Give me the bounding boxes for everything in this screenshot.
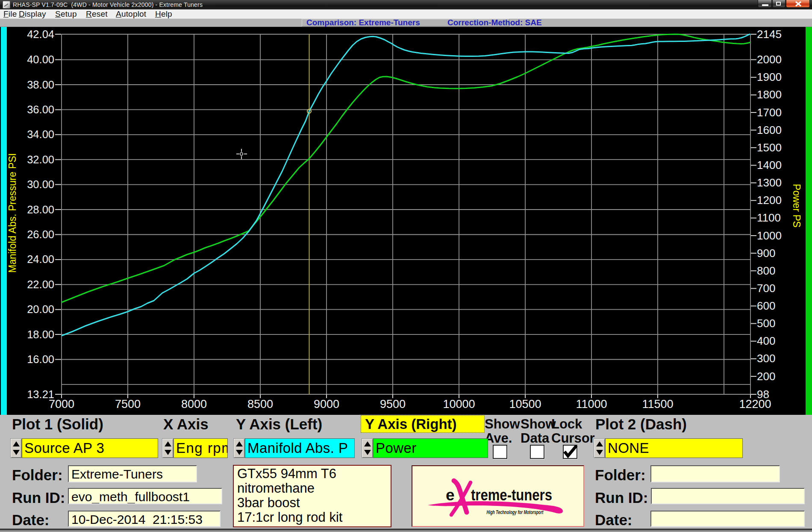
svg-text:8500: 8500 — [247, 398, 273, 411]
svg-text:500: 500 — [757, 317, 775, 330]
svg-text:8000: 8000 — [181, 398, 207, 411]
svg-text:600: 600 — [757, 299, 775, 312]
svg-text:32.00: 32.00 — [27, 154, 54, 166]
svg-text:1600: 1600 — [757, 124, 782, 136]
svg-text:34.00: 34.00 — [27, 128, 54, 140]
svg-text:1800: 1800 — [757, 88, 782, 101]
svg-text:11500: 11500 — [642, 398, 673, 411]
svg-text:7000: 7000 — [49, 398, 74, 411]
svg-text:10000: 10000 — [443, 398, 475, 411]
svg-text:2000: 2000 — [757, 53, 782, 66]
svg-text:300: 300 — [757, 352, 775, 365]
svg-text:36.00: 36.00 — [27, 103, 54, 115]
svg-text:1900: 1900 — [757, 71, 782, 83]
svg-text:1500: 1500 — [757, 141, 782, 154]
svg-text:1200: 1200 — [757, 194, 782, 207]
svg-text:38.00: 38.00 — [27, 79, 54, 91]
svg-text:treme-tuners: treme-tuners — [471, 486, 552, 504]
svg-text:700: 700 — [757, 282, 775, 295]
svg-text:9500: 9500 — [380, 398, 406, 411]
svg-text:42.04: 42.04 — [27, 28, 54, 40]
svg-text:1000: 1000 — [757, 229, 782, 242]
svg-text:200: 200 — [757, 370, 775, 383]
svg-text:2145: 2145 — [757, 28, 782, 41]
svg-text:28.00: 28.00 — [27, 204, 54, 216]
svg-text:40.00: 40.00 — [27, 53, 54, 65]
svg-text:7500: 7500 — [115, 398, 141, 411]
svg-text:e: e — [446, 486, 455, 504]
svg-text:1700: 1700 — [757, 106, 782, 119]
svg-text:High Technology for Motorsport: High Technology for Motorsport — [487, 509, 544, 515]
svg-text:18.00: 18.00 — [27, 328, 54, 340]
svg-text:26.00: 26.00 — [27, 228, 54, 240]
svg-text:24.00: 24.00 — [27, 253, 54, 265]
svg-text:800: 800 — [757, 264, 775, 277]
svg-text:16.00: 16.00 — [27, 353, 54, 365]
svg-text:10500: 10500 — [509, 398, 541, 411]
svg-text:Manifold Abs. Pressure PSI: Manifold Abs. Pressure PSI — [7, 153, 18, 273]
svg-text:22.00: 22.00 — [27, 278, 54, 290]
svg-text:900: 900 — [757, 247, 775, 260]
svg-text:1400: 1400 — [757, 159, 782, 171]
svg-text:30.00: 30.00 — [27, 178, 54, 190]
svg-text:Power PS: Power PS — [791, 184, 802, 228]
svg-text:20.00: 20.00 — [27, 303, 54, 315]
svg-text:12200: 12200 — [739, 398, 771, 411]
svg-text:400: 400 — [757, 334, 775, 347]
svg-text:1100: 1100 — [757, 211, 781, 224]
svg-text:9000: 9000 — [314, 398, 339, 411]
svg-text:11000: 11000 — [576, 398, 607, 411]
svg-text:1300: 1300 — [757, 176, 782, 189]
